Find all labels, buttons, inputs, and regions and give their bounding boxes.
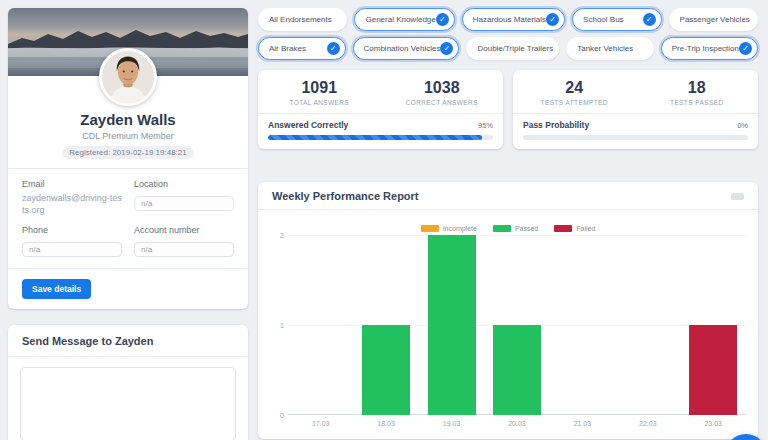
stat-numbers: 24 TESTS ATTEMPTED 18 TESTS PASSED: [513, 70, 758, 113]
bar-slot-17.03: [288, 235, 353, 415]
legend-item-passed[interactable]: Passed: [493, 224, 538, 232]
x-tick-label: 20.03: [484, 420, 549, 427]
tests-attempted-stat: 24 TESTS ATTEMPTED: [513, 79, 636, 106]
endorsement-chip-passenger-vehicles[interactable]: Passenger Vehicles: [669, 8, 758, 31]
chips-row-1: All EndorsementsGeneral Knowledge✓Hazard…: [258, 8, 758, 31]
endorsement-chip-pre-trip-inspection[interactable]: Pre-Trip Inspection✓: [661, 37, 758, 60]
x-tick-label: 22.03: [615, 420, 680, 427]
send-message-title: Send Message to Zayden: [8, 325, 248, 356]
total-answers-label: TOTAL ANSWERS: [258, 99, 381, 106]
endorsement-chips: All EndorsementsGeneral Knowledge✓Hazard…: [258, 8, 758, 60]
bar-passed-18.03: [362, 325, 410, 415]
answered-correctly-progress-bar: [268, 135, 482, 140]
endorsement-chip-label: Pre-Trip Inspection: [672, 44, 739, 53]
legend-swatch-passed: [493, 225, 511, 232]
endorsement-chip-label: Hazardous Materials: [473, 15, 546, 24]
bar-passed-19.03: [428, 235, 476, 415]
answered-correctly-percent: 95%: [478, 121, 493, 130]
endorsement-chip-air-brakes[interactable]: Air Brakes✓: [258, 37, 346, 60]
chart-menu-icon[interactable]: [731, 193, 744, 200]
check-icon: ✓: [440, 42, 453, 55]
email-value: zaydenwalls@driving-tests.org: [22, 192, 122, 216]
check-icon: ✓: [436, 13, 449, 26]
y-tick-label: 1: [272, 322, 284, 329]
phone-field[interactable]: [22, 242, 122, 257]
correct-answers-label: CORRECT ANSWERS: [381, 99, 504, 106]
answers-stat-card: 1091 TOTAL ANSWERS 1038 CORRECT ANSWERS …: [258, 70, 503, 149]
endorsement-chip-label: Passenger Vehicles: [680, 15, 750, 24]
check-icon: ✓: [327, 42, 340, 55]
bar-slot-20.03: [484, 235, 549, 415]
endorsement-chip-label: Tanker Vehicles: [577, 44, 633, 53]
endorsement-chip-all-endorsements[interactable]: All Endorsements: [258, 8, 347, 31]
check-icon: ✓: [643, 13, 656, 26]
endorsement-chip-label: Combination Vehicles: [364, 44, 441, 53]
email-field-group: Email zaydenwalls@driving-tests.org: [22, 179, 122, 216]
bar-slot-23.03: [681, 235, 746, 415]
x-tick-label: 18.03: [353, 420, 418, 427]
endorsement-chip-hazardous-materials[interactable]: Hazardous Materials✓: [462, 8, 565, 31]
check-icon: ✓: [739, 42, 752, 55]
left-column: Zayden Walls CDL Premium Member Register…: [8, 8, 248, 440]
legend-swatch-incomplete: [421, 225, 439, 232]
correct-answers-value: 1038: [381, 79, 504, 97]
pass-probability-label: Pass Probability: [523, 120, 589, 130]
x-tick-label: 17.03: [288, 420, 353, 427]
endorsement-chip-label: General Knowledge: [365, 15, 435, 24]
endorsement-chip-label: Air Brakes: [269, 44, 306, 53]
account-field-group: Account number: [134, 225, 234, 257]
email-label: Email: [22, 179, 122, 189]
bar-failed-23.03: [689, 325, 737, 415]
chart-plot-area: 012: [288, 235, 746, 415]
total-answers-stat: 1091 TOTAL ANSWERS: [258, 79, 381, 106]
y-tick-label: 2: [272, 232, 284, 239]
pass-probability-percent: 0%: [737, 121, 748, 130]
tests-passed-value: 18: [636, 79, 759, 97]
profile-form: Email zaydenwalls@driving-tests.org Loca…: [8, 169, 248, 268]
endorsement-chip-tanker-vehicles[interactable]: Tanker Vehicles: [566, 37, 654, 60]
tests-stat-card: 24 TESTS ATTEMPTED 18 TESTS PASSED Pass …: [513, 70, 758, 149]
message-textarea[interactable]: [20, 367, 236, 440]
bar-slot-19.03: [419, 235, 484, 415]
avatar-portrait: [102, 51, 154, 103]
endorsement-chip-label: School Bus: [583, 15, 623, 24]
progress-track: [268, 135, 493, 140]
legend-item-incomplete[interactable]: Incomplete: [421, 224, 477, 232]
location-label: Location: [134, 179, 234, 189]
pass-probability-section: Pass Probability 0%: [513, 114, 758, 149]
legend-label: Failed: [576, 225, 595, 232]
endorsement-chip-double-triple-trailers[interactable]: Double/Triple Trailers: [466, 37, 559, 60]
legend-label: Passed: [515, 225, 538, 232]
account-number-field[interactable]: [134, 242, 234, 257]
location-field[interactable]: [134, 196, 234, 211]
profile-card: Zayden Walls CDL Premium Member Register…: [8, 8, 248, 309]
chart-bars: [288, 235, 746, 415]
x-tick-label: 19.03: [419, 420, 484, 427]
endorsement-chip-label: All Endorsements: [269, 15, 332, 24]
chips-row-2: Air Brakes✓Combination Vehicles✓Double/T…: [258, 37, 758, 60]
x-tick-label: 23.03: [681, 420, 746, 427]
x-tick-label: 21.03: [550, 420, 615, 427]
membership-label: CDL Premium Member: [8, 131, 248, 141]
weekly-performance-card: Weekly Performance Report IncompletePass…: [258, 182, 758, 439]
phone-field-group: Phone: [22, 225, 122, 257]
chart-title: Weekly Performance Report: [272, 190, 419, 202]
y-tick-label: 0: [272, 412, 284, 419]
right-column: All EndorsementsGeneral Knowledge✓Hazard…: [258, 8, 758, 439]
endorsement-chip-general-knowledge[interactable]: General Knowledge✓: [354, 8, 454, 31]
profile-name: Zayden Walls: [8, 111, 248, 128]
endorsement-chip-school-bus[interactable]: School Bus✓: [572, 8, 661, 31]
divider: [8, 356, 248, 357]
correct-answers-stat: 1038 CORRECT ANSWERS: [381, 79, 504, 106]
save-details-button[interactable]: Save details: [22, 279, 91, 299]
divider: [258, 209, 758, 210]
send-message-card: Send Message to Zayden Send Message: [8, 325, 248, 440]
bar-slot-18.03: [353, 235, 418, 415]
bar-slot-22.03: [615, 235, 680, 415]
registered-badge: Registered: 2019-02-19 19:48:21: [62, 146, 193, 159]
answered-correctly-label: Answered Correctly: [268, 120, 348, 130]
tests-passed-label: TESTS PASSED: [636, 99, 759, 106]
legend-item-failed[interactable]: Failed: [554, 224, 595, 232]
endorsement-chip-combination-vehicles[interactable]: Combination Vehicles✓: [353, 37, 460, 60]
endorsement-chip-label: Double/Triple Trailers: [477, 44, 553, 53]
